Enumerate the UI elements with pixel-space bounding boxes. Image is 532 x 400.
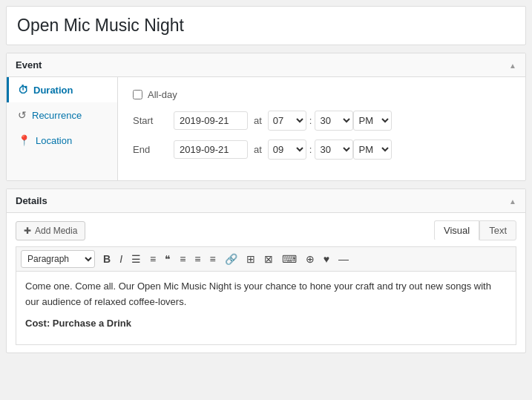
event-sidebar-nav: ⏱ Duration ↺ Recurrence 📍 Location — [7, 77, 118, 180]
body-text-line2: Cost: Purchase a Drink — [25, 316, 507, 332]
event-panel: Event ⏱ Duration ↺ Recurrence 📍 Location — [6, 53, 526, 181]
add-media-icon: ✚ — [24, 226, 31, 236]
start-colon: : — [309, 115, 312, 126]
event-panel-header: Event — [7, 53, 525, 77]
fullscreen-button[interactable]: ⊠ — [260, 252, 277, 266]
start-at-label: at — [254, 115, 262, 126]
allday-checkbox[interactable] — [133, 90, 142, 99]
sidebar-item-recurrence[interactable]: ↺ Recurrence — [7, 102, 117, 128]
tab-visual[interactable]: Visual — [434, 220, 479, 240]
end-colon: : — [309, 144, 312, 155]
end-row: End at 09 : 30 PM AM — [133, 140, 510, 160]
end-date-input[interactable] — [174, 140, 248, 159]
end-minute-select[interactable]: 30 — [315, 140, 353, 160]
align-right-button[interactable]: ≡ — [206, 252, 220, 266]
align-center-button[interactable]: ≡ — [191, 252, 204, 266]
sidebar-item-location[interactable]: 📍 Location — [7, 128, 117, 153]
details-panel-body: ✚ Add Media Visual Text Paragraph Headin… — [7, 213, 525, 353]
align-left-button[interactable]: ≡ — [176, 252, 189, 266]
end-ampm-select[interactable]: PM AM — [353, 140, 392, 160]
start-hour-select[interactable]: 07 — [268, 111, 306, 131]
sidebar-item-duration[interactable]: ⏱ Duration — [7, 77, 117, 102]
link-button[interactable]: 🔗 — [221, 252, 241, 266]
end-hour-select[interactable]: 09 — [268, 140, 306, 160]
editor-content[interactable]: Come one. Come all. Our Open Mic Music N… — [16, 271, 516, 345]
bold-button[interactable]: B — [99, 252, 114, 266]
view-tabs: Visual Text — [434, 220, 516, 240]
location-icon: 📍 — [18, 134, 30, 146]
editor-toolbar: Paragraph Heading 1 Heading 2 Heading 3 … — [16, 246, 516, 271]
allday-label: All-day — [148, 89, 177, 100]
title-section: Open Mic Music Night — [6, 6, 526, 45]
ordered-list-button[interactable]: ≡ — [146, 252, 160, 266]
end-label: End — [133, 144, 174, 155]
italic-button[interactable]: I — [116, 252, 126, 266]
details-panel-header: Details — [7, 189, 525, 213]
details-panel: Details ✚ Add Media Visual Text Paragrap… — [6, 188, 526, 353]
heart-button[interactable]: ♥ — [320, 252, 333, 266]
tab-text[interactable]: Text — [479, 220, 516, 240]
add-media-button[interactable]: ✚ Add Media — [16, 221, 85, 240]
sidebar-item-duration-label: Duration — [33, 85, 73, 96]
duration-content: All-day Start at 07 : 30 PM — [118, 77, 525, 180]
add-button[interactable]: ⊕ — [302, 252, 318, 266]
duration-icon: ⏱ — [18, 84, 28, 96]
details-toolbar-row: ✚ Add Media Visual Text — [16, 220, 516, 240]
add-media-label: Add Media — [35, 226, 77, 236]
event-panel-collapse-icon[interactable] — [509, 59, 516, 71]
allday-row: All-day — [133, 89, 510, 100]
recurrence-icon: ↺ — [18, 109, 27, 121]
horizontal-rule-button[interactable]: — — [335, 252, 352, 266]
start-label: Start — [133, 115, 174, 126]
page-title: Open Mic Music Night — [17, 16, 515, 36]
sidebar-item-recurrence-label: Recurrence — [32, 110, 82, 121]
start-date-input[interactable] — [174, 111, 248, 130]
keyboard-button[interactable]: ⌨ — [278, 252, 301, 266]
sidebar-item-location-label: Location — [36, 135, 72, 146]
event-panel-title: Event — [16, 59, 42, 71]
start-ampm-select[interactable]: PM AM — [353, 111, 392, 131]
body-text-line1: Come one. Come all. Our Open Mic Music N… — [25, 279, 507, 310]
start-minute-select[interactable]: 30 — [315, 111, 353, 131]
table-button[interactable]: ⊞ — [243, 252, 259, 266]
format-select[interactable]: Paragraph Heading 1 Heading 2 Heading 3 … — [21, 250, 95, 268]
details-panel-title: Details — [16, 195, 47, 206]
unordered-list-button[interactable]: ☰ — [128, 252, 145, 266]
end-at-label: at — [254, 144, 262, 155]
event-panel-body: ⏱ Duration ↺ Recurrence 📍 Location All-d… — [7, 77, 525, 180]
details-panel-collapse-icon[interactable] — [509, 195, 516, 206]
start-row: Start at 07 : 30 PM AM — [133, 111, 510, 131]
page-wrapper: Open Mic Music Night Event ⏱ Duration ↺ … — [0, 0, 532, 367]
blockquote-button[interactable]: ❝ — [161, 252, 174, 266]
